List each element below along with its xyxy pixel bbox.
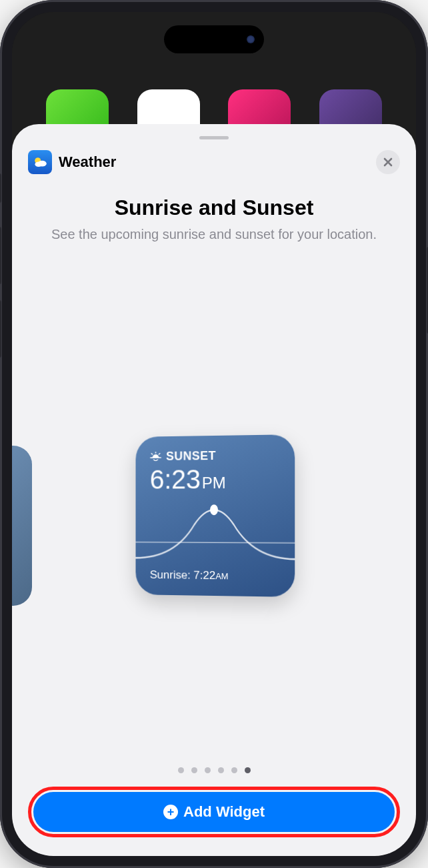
page-dot bbox=[205, 767, 211, 773]
phone-screen: Weather Sunrise and Sunset See the upcom… bbox=[12, 12, 416, 856]
close-button[interactable] bbox=[376, 150, 400, 174]
sheet-grabber[interactable] bbox=[199, 136, 229, 139]
sunrise-line: Sunrise: 7:22AM bbox=[150, 568, 280, 582]
dynamic-island bbox=[164, 25, 264, 53]
svg-point-2 bbox=[35, 161, 42, 167]
sunrise-time-ampm: AM bbox=[215, 571, 228, 581]
previous-widget-peek[interactable] bbox=[12, 446, 32, 606]
sunset-time: 6:23PM bbox=[150, 464, 280, 494]
widget-header-row: SUNSET bbox=[150, 448, 280, 463]
add-widget-highlight: + Add Widget bbox=[28, 787, 400, 837]
close-icon bbox=[383, 157, 393, 167]
weather-app-icon bbox=[28, 150, 52, 174]
plus-circle-icon: + bbox=[163, 805, 178, 819]
sunrise-sunset-widget: SUNSET 6:23PM Sunrise: 7:22AM bbox=[135, 434, 295, 597]
sun-path-curve bbox=[135, 498, 295, 570]
page-dot bbox=[191, 767, 197, 773]
sunset-label: SUNSET bbox=[166, 448, 216, 463]
widget-description: See the upcoming sunrise and sunset for … bbox=[28, 226, 400, 244]
sunrise-prefix: Sunrise: bbox=[150, 568, 194, 581]
volume-up-button bbox=[0, 227, 1, 284]
sunset-time-value: 6:23 bbox=[150, 464, 201, 494]
page-dot bbox=[218, 767, 224, 773]
svg-point-4 bbox=[210, 504, 218, 515]
widget-title: Sunrise and Sunset bbox=[28, 195, 400, 220]
sunset-time-ampm: PM bbox=[202, 473, 226, 492]
widget-picker-sheet: Weather Sunrise and Sunset See the upcom… bbox=[12, 124, 416, 856]
add-widget-label: Add Widget bbox=[183, 803, 265, 821]
phone-frame: Weather Sunrise and Sunset See the upcom… bbox=[0, 0, 428, 868]
app-name-label: Weather bbox=[59, 153, 116, 171]
widget-preview-area[interactable]: SUNSET 6:23PM Sunrise: 7:22AM bbox=[28, 284, 400, 767]
sheet-header-left: Weather bbox=[28, 150, 116, 174]
sunset-icon bbox=[150, 451, 161, 462]
mute-switch bbox=[0, 173, 1, 203]
add-widget-button[interactable]: + Add Widget bbox=[33, 792, 395, 832]
page-dot bbox=[178, 767, 184, 773]
page-indicator[interactable] bbox=[28, 767, 400, 773]
volume-down-button bbox=[0, 300, 1, 358]
page-dot-active bbox=[245, 767, 251, 773]
sheet-header: Weather bbox=[28, 150, 400, 174]
svg-line-3 bbox=[135, 542, 295, 542]
sunrise-time-value: 7:22 bbox=[193, 568, 215, 581]
page-dot bbox=[231, 767, 237, 773]
